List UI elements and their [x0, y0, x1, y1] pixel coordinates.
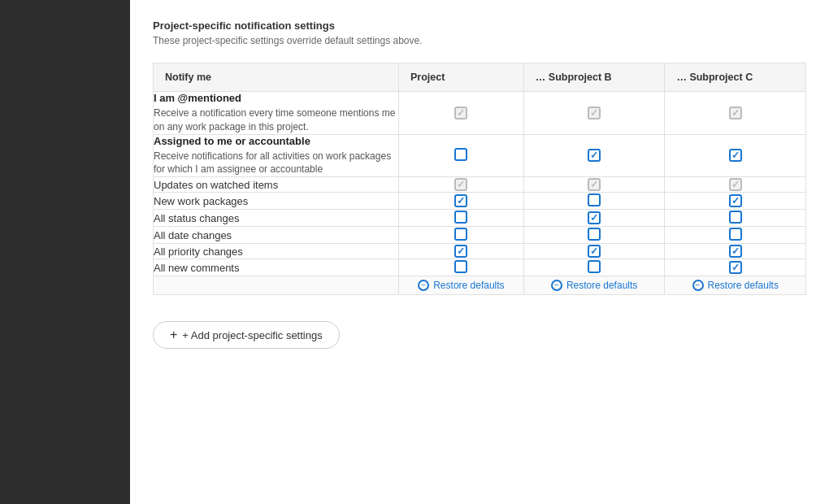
- checkbox-unchecked: [454, 260, 467, 273]
- subproject-b-checkbox-cell: ✓: [523, 244, 665, 259]
- row-title-plain: All priority changes: [154, 244, 399, 259]
- subproject-b-checkbox-cell: [523, 193, 665, 210]
- project-checkbox-cell: ✓: [398, 244, 523, 259]
- checkbox-unchecked: [729, 228, 742, 241]
- subproject-c-checkbox-cell: ✓: [665, 259, 806, 276]
- row-title-plain: All date changes: [154, 227, 399, 244]
- table-row: New work packages✓✓: [154, 193, 806, 210]
- th-subproject-c: … Subproject C: [665, 63, 806, 92]
- row-title: I am @mentioned: [154, 92, 398, 104]
- subproject-c-restore-button[interactable]: −Restore defaults: [686, 276, 785, 294]
- subproject-c-checkbox-cell: [665, 227, 806, 244]
- subproject-b-checkbox-cell: ✓: [523, 177, 665, 193]
- th-project: Project: [398, 63, 523, 92]
- checkbox-disabled-checked: ✓: [454, 178, 467, 191]
- restore-icon: −: [418, 280, 429, 291]
- subproject-c-checkbox-cell: ✓: [665, 134, 806, 177]
- table-row: Assigned to me or accountableReceive not…: [154, 134, 806, 177]
- project-checkbox-cell: ✓: [398, 92, 523, 135]
- checkbox-unchecked: [454, 228, 467, 241]
- table-row: I am @mentionedReceive a notification ev…: [154, 92, 806, 135]
- restore-icon: −: [551, 280, 562, 291]
- table-row: Updates on watched items✓✓✓: [154, 177, 806, 193]
- checkbox-disabled-checked: ✓: [454, 106, 467, 119]
- subproject-c-checkbox-cell: [665, 210, 806, 227]
- checkbox-disabled-checked: ✓: [729, 106, 742, 119]
- checkbox-checked: ✓: [729, 149, 742, 162]
- restore-label: Restore defaults: [566, 280, 637, 291]
- checkbox-checked: ✓: [588, 245, 601, 258]
- notification-table: Notify me Project … Subproject B … Subpr…: [153, 63, 806, 295]
- table-row: All new comments✓: [154, 259, 806, 276]
- subproject-c-checkbox-cell: ✓: [665, 193, 806, 210]
- plus-icon: +: [170, 328, 177, 341]
- checkbox-disabled-checked: ✓: [729, 178, 742, 191]
- checkbox-disabled-checked: ✓: [588, 106, 601, 119]
- row-title-plain: All status changes: [154, 210, 399, 227]
- restore-icon: −: [692, 280, 704, 291]
- subproject-b-checkbox-cell: ✓: [523, 210, 665, 227]
- project-restore-cell: −Restore defaults: [398, 276, 523, 295]
- th-subproject-b: … Subproject B: [523, 63, 665, 92]
- add-project-settings-button[interactable]: + + Add project-specific settings: [153, 321, 340, 349]
- section-subtitle: These project-specific settings override…: [153, 35, 806, 46]
- checkbox-disabled-checked: ✓: [588, 178, 601, 191]
- project-checkbox-cell: [398, 134, 523, 177]
- subproject-c-checkbox-cell: ✓: [665, 92, 806, 135]
- table-row: All priority changes✓✓✓: [154, 244, 806, 259]
- subproject-c-checkbox-cell: ✓: [665, 177, 806, 193]
- checkbox-checked: ✓: [729, 261, 742, 274]
- checkbox-checked: ✓: [588, 149, 601, 162]
- checkbox-checked: ✓: [454, 194, 467, 207]
- table-row: All status changes✓: [154, 210, 806, 227]
- row-description: Receive a notification every time someon…: [154, 106, 398, 134]
- subproject-b-checkbox-cell: [523, 227, 665, 244]
- project-checkbox-cell: ✓: [398, 193, 523, 210]
- checkbox-unchecked: [588, 193, 601, 206]
- subproject-b-restore-button[interactable]: −Restore defaults: [545, 276, 644, 294]
- checkbox-checked: ✓: [729, 194, 742, 207]
- checkbox-unchecked: [454, 211, 467, 224]
- checkbox-unchecked: [588, 260, 601, 273]
- subproject-b-checkbox-cell: [523, 259, 665, 276]
- checkbox-checked: ✓: [588, 211, 601, 224]
- checkbox-unchecked: [588, 228, 601, 241]
- subproject-c-restore-cell: −Restore defaults: [665, 276, 806, 295]
- project-checkbox-cell: [398, 227, 523, 244]
- project-checkbox-cell: [398, 259, 523, 276]
- subproject-b-restore-cell: −Restore defaults: [523, 276, 665, 295]
- subproject-b-checkbox-cell: ✓: [523, 92, 665, 135]
- project-restore-button[interactable]: −Restore defaults: [411, 276, 510, 294]
- checkbox-checked: ✓: [729, 245, 742, 258]
- checkbox-unchecked: [729, 211, 742, 224]
- row-title-plain: All new comments: [154, 259, 399, 276]
- subproject-c-checkbox-cell: ✓: [665, 244, 806, 259]
- project-checkbox-cell: [398, 210, 523, 227]
- row-title-plain: Updates on watched items: [154, 177, 399, 193]
- restore-label: Restore defaults: [433, 280, 504, 291]
- table-row: All date changes: [154, 227, 806, 244]
- section-title: Project-specific notification settings: [153, 20, 806, 32]
- row-title-plain: New work packages: [154, 193, 399, 210]
- row-description: Receive notifications for all activities…: [154, 150, 398, 177]
- restore-label: Restore defaults: [708, 280, 779, 291]
- main-content: Project-specific notification settings T…: [130, 0, 829, 504]
- project-checkbox-cell: ✓: [398, 177, 523, 193]
- row-title: Assigned to me or accountable: [154, 135, 398, 147]
- checkbox-checked: ✓: [454, 245, 467, 258]
- checkbox-unchecked: [454, 148, 467, 161]
- add-project-label: + Add project-specific settings: [182, 329, 322, 341]
- sidebar: [0, 0, 130, 504]
- th-notify: Notify me: [154, 63, 399, 92]
- subproject-b-checkbox-cell: ✓: [523, 134, 665, 177]
- footer-row: −Restore defaults−Restore defaults−Resto…: [154, 276, 806, 295]
